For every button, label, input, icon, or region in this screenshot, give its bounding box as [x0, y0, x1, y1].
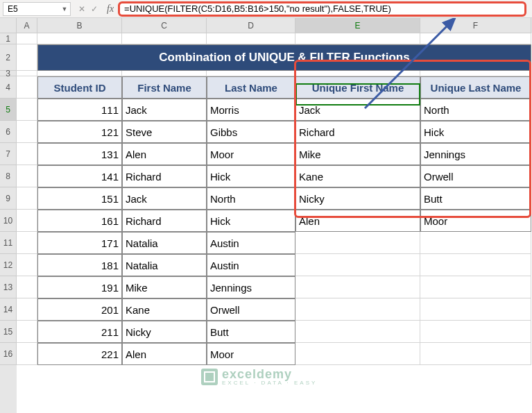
cell-A9[interactable]: [17, 187, 37, 210]
cell-B9[interactable]: 151: [37, 187, 122, 210]
cell-A13[interactable]: [17, 276, 37, 298]
cell-A1[interactable]: [17, 33, 37, 44]
cell-B2[interactable]: Combination of UNIQUE & FILTER Functions: [37, 44, 531, 71]
cell-F11[interactable]: [420, 232, 531, 254]
cell-C11[interactable]: Natalia: [122, 232, 207, 254]
cell-C5[interactable]: Jack: [122, 99, 207, 121]
cell-D7[interactable]: Moor: [207, 143, 295, 165]
column-header-B[interactable]: B: [37, 18, 122, 33]
cell-A8[interactable]: [17, 165, 37, 187]
cell-A3[interactable]: [17, 71, 37, 76]
name-box[interactable]: [3, 4, 59, 14]
row-header-7[interactable]: 7: [0, 143, 17, 165]
row-header-11[interactable]: 11: [0, 232, 17, 254]
cell-B6[interactable]: 121: [37, 121, 122, 143]
cell-E13[interactable]: [295, 276, 420, 298]
confirm-icon[interactable]: ✓: [89, 4, 100, 14]
cell-F3[interactable]: [420, 71, 531, 76]
column-header-A[interactable]: A: [17, 18, 37, 33]
cell-B3[interactable]: [37, 71, 122, 76]
cell-F5[interactable]: North: [420, 99, 531, 121]
cell-B8[interactable]: 141: [37, 165, 122, 187]
cell-F13[interactable]: [420, 276, 531, 298]
row-header-1[interactable]: 1: [0, 33, 17, 44]
row-header-15[interactable]: 15: [0, 321, 17, 343]
cell-A16[interactable]: [17, 343, 37, 365]
cell-C3[interactable]: [122, 71, 207, 76]
cell-E5[interactable]: Jack: [295, 99, 420, 121]
cell-F15[interactable]: [420, 321, 531, 343]
column-header-E[interactable]: E: [295, 18, 420, 33]
cell-C7[interactable]: Alen: [122, 143, 207, 165]
cell-A7[interactable]: [17, 143, 37, 165]
cell-C14[interactable]: Kane: [122, 298, 207, 321]
row-header-5[interactable]: 5: [0, 99, 17, 121]
cell-F6[interactable]: Hick: [420, 121, 531, 143]
cell-B10[interactable]: 161: [37, 210, 122, 232]
column-header-C[interactable]: C: [122, 18, 207, 33]
cell-E16[interactable]: [295, 343, 420, 365]
cell-D11[interactable]: Austin: [207, 232, 295, 254]
cell-C16[interactable]: Alen: [122, 343, 207, 365]
cell-D15[interactable]: Butt: [207, 321, 295, 343]
cell-D10[interactable]: Hick: [207, 210, 295, 232]
cell-B4[interactable]: Student ID: [37, 76, 122, 99]
cancel-icon[interactable]: ✕: [76, 4, 87, 14]
cell-D6[interactable]: Gibbs: [207, 121, 295, 143]
cell-A5[interactable]: [17, 99, 37, 121]
cell-E6[interactable]: Richard: [295, 121, 420, 143]
cell-A11[interactable]: [17, 232, 37, 254]
cell-E7[interactable]: Mike: [295, 143, 420, 165]
row-header-13[interactable]: 13: [0, 276, 17, 298]
cell-E4[interactable]: Unique First Name: [295, 76, 420, 99]
cell-C15[interactable]: Nicky: [122, 321, 207, 343]
cell-E12[interactable]: [295, 254, 420, 276]
cell-F16[interactable]: [420, 343, 531, 365]
row-header-4[interactable]: 4: [0, 76, 17, 99]
cell-D14[interactable]: Orwell: [207, 298, 295, 321]
cell-A12[interactable]: [17, 254, 37, 276]
column-header-D[interactable]: D: [207, 18, 295, 33]
cell-B11[interactable]: 171: [37, 232, 122, 254]
cell-D4[interactable]: Last Name: [207, 76, 295, 99]
cell-D8[interactable]: Hick: [207, 165, 295, 187]
select-all-corner[interactable]: [0, 18, 17, 33]
cell-C10[interactable]: Richard: [122, 210, 207, 232]
cell-E1[interactable]: [295, 33, 420, 44]
cell-A15[interactable]: [17, 321, 37, 343]
cell-E3[interactable]: [295, 71, 420, 76]
cell-F4[interactable]: Unique Last Name: [420, 76, 531, 99]
cell-D9[interactable]: North: [207, 187, 295, 210]
cell-F7[interactable]: Jennings: [420, 143, 531, 165]
cell-A4[interactable]: [17, 76, 37, 99]
row-header-12[interactable]: 12: [0, 254, 17, 276]
cell-C1[interactable]: [122, 33, 207, 44]
cell-F8[interactable]: Orwell: [420, 165, 531, 187]
row-header-8[interactable]: 8: [0, 165, 17, 187]
cell-F10[interactable]: Moor: [420, 210, 531, 232]
cell-C4[interactable]: First Name: [122, 76, 207, 99]
cell-B15[interactable]: 211: [37, 321, 122, 343]
cell-D3[interactable]: [207, 71, 295, 76]
cell-F9[interactable]: Butt: [420, 187, 531, 210]
cell-A14[interactable]: [17, 298, 37, 321]
cell-D16[interactable]: Moor: [207, 343, 295, 365]
cell-D5[interactable]: Morris: [207, 99, 295, 121]
cell-B14[interactable]: 201: [37, 298, 122, 321]
cell-E10[interactable]: Alen: [295, 210, 420, 232]
cell-E11[interactable]: [295, 232, 420, 254]
cell-F14[interactable]: [420, 298, 531, 321]
cell-C12[interactable]: Natalia: [122, 254, 207, 276]
cell-B16[interactable]: 221: [37, 343, 122, 365]
cell-B7[interactable]: 131: [37, 143, 122, 165]
row-header-2[interactable]: 2: [0, 44, 17, 71]
row-header-14[interactable]: 14: [0, 298, 17, 321]
cell-B1[interactable]: [37, 33, 122, 44]
cell-D1[interactable]: [207, 33, 295, 44]
cell-E8[interactable]: Kane: [295, 165, 420, 187]
cell-F1[interactable]: [420, 33, 531, 44]
cell-E15[interactable]: [295, 321, 420, 343]
row-header-16[interactable]: 16: [0, 343, 17, 365]
row-header-6[interactable]: 6: [0, 121, 17, 143]
cell-C13[interactable]: Mike: [122, 276, 207, 298]
